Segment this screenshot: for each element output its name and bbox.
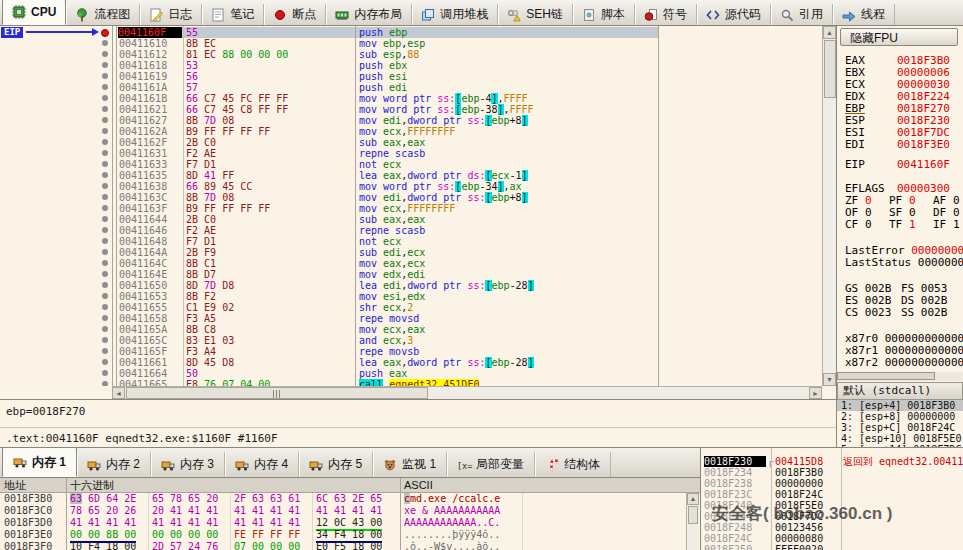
disasm-row[interactable]: EIP0041160F55push ebp — [0, 27, 822, 38]
row-dot-icon[interactable] — [102, 40, 108, 46]
bottom-tab-locals[interactable]: [x=]局部变量 — [447, 452, 535, 477]
top-tab-call-stack[interactable]: 调用堆栈 — [412, 4, 498, 25]
flags-row[interactable]: CF 0TF 1IF 1 — [845, 219, 963, 231]
row-dot-icon[interactable] — [102, 106, 108, 112]
row-dot-icon[interactable] — [102, 304, 108, 310]
bottom-tab-dump4[interactable]: 内存 4 — [225, 452, 299, 477]
row-dot-icon[interactable] — [102, 348, 108, 354]
top-tab-breakpoints[interactable]: 断点 — [264, 4, 326, 25]
disasm-row[interactable]: 00411633F7 D1not ecx — [0, 159, 822, 170]
row-dot-icon[interactable] — [102, 95, 108, 101]
bottom-tab-watch1[interactable]: 监视 1 — [373, 452, 447, 477]
breakpoint-dot-icon[interactable] — [101, 29, 109, 37]
row-dot-icon[interactable] — [102, 381, 108, 386]
row-dot-icon[interactable] — [102, 326, 108, 332]
disasm-row[interactable]: 00411665E8 76 07 04 00call eqnedt32.451D… — [0, 379, 822, 386]
disasm-row[interactable]: 00411648F7 D1not ecx — [0, 236, 822, 247]
row-dot-icon[interactable] — [102, 260, 108, 266]
disasm-row[interactable]: 00411631F2 AErepne scasb — [0, 148, 822, 159]
disasm-row[interactable]: 00411646F2 AErepne scasb — [0, 225, 822, 236]
top-tab-seh[interactable]: SEH链 — [498, 4, 573, 25]
disasm-row[interactable]: 0041161B66 C7 45 FC FF FFmov word ptr ss… — [0, 93, 822, 104]
segment-row[interactable]: CS 0023SS 002B — [845, 307, 963, 319]
top-tab-threads[interactable]: 线程 — [833, 4, 895, 25]
disasm-row[interactable]: 004116358D 41 FFlea eax,dword ptr ds:[ec… — [0, 170, 822, 181]
stack-row[interactable]: 0018F24C00000080 — [701, 533, 963, 544]
top-tab-memory-map[interactable]: 内存布局 — [326, 4, 412, 25]
row-dot-icon[interactable] — [102, 293, 108, 299]
stack-row[interactable]: 0018F2340018F3B0 — [701, 467, 963, 478]
argument-row[interactable]: 3: [esp+C] 0018F24C — [837, 422, 963, 433]
disasm-row[interactable]: 0041165C83 E1 03and ecx,3 — [0, 335, 822, 346]
disasm-row[interactable]: 0041163FB9 FF FF FF FFmov ecx,FFFFFFFF — [0, 203, 822, 214]
disasm-row[interactable]: 00411658F3 A5repe movsd — [0, 313, 822, 324]
top-tab-references[interactable]: 引用 — [771, 4, 833, 25]
scroll-down-arrow-icon[interactable]: ▼ — [823, 373, 836, 386]
disasm-row[interactable]: 0041161853push ebx — [0, 60, 822, 71]
register-row[interactable]: EIP0041160F — [845, 159, 963, 171]
disasm-row[interactable]: 0041161956push esi — [0, 71, 822, 82]
row-dot-icon[interactable] — [102, 337, 108, 343]
dump-row[interactable]: 0018F3D041 41 41 4141 41 41 4141 41 41 4… — [0, 517, 700, 529]
flag-value[interactable]: 0 — [865, 218, 872, 231]
disasm-row[interactable]: 0041164A2B F9sub edi,ecx — [0, 247, 822, 258]
disasm-row[interactable]: 004116108B ECmov ebp,esp — [0, 38, 822, 49]
disasm-row[interactable]: 004116278B 7D 08mov edi,dword ptr ss:[eb… — [0, 115, 822, 126]
bottom-tab-dump5[interactable]: 内存 5 — [299, 452, 373, 477]
row-dot-icon[interactable] — [102, 84, 108, 90]
row-dot-icon[interactable] — [102, 271, 108, 277]
scrollbar-thumb[interactable] — [837, 372, 935, 380]
flag-value[interactable]: 1 — [909, 218, 916, 231]
row-dot-icon[interactable] — [102, 183, 108, 189]
top-tab-log[interactable]: 日志 — [140, 4, 202, 25]
memory-dump-rows[interactable]: 0018F3B063 6D 64 2E65 78 65 202F 63 63 6… — [0, 493, 700, 550]
dump-row[interactable]: 0018F3E000 00 8B 0000 00 00 00FE FF FF F… — [0, 529, 700, 541]
scrollbar-thumb[interactable] — [688, 506, 698, 524]
row-dot-icon[interactable] — [102, 161, 108, 167]
flag-value[interactable]: 1 — [953, 218, 960, 231]
stack-row[interactable]: 0018F230┌004115D8返回到 eqnedt32.004115D8 — [701, 456, 963, 467]
scrollbar-thumb[interactable] — [126, 387, 428, 399]
row-dot-icon[interactable] — [102, 249, 108, 255]
row-dot-icon[interactable] — [102, 205, 108, 211]
disasm-row[interactable]: 0041165A8B C8mov ecx,eax — [0, 324, 822, 335]
disasm-row[interactable]: 0041164C8B C1mov eax,ecx — [0, 258, 822, 269]
top-tab-notes[interactable]: 笔记 — [202, 4, 264, 25]
scroll-up-arrow-icon[interactable]: ▲ — [687, 493, 699, 505]
dump-row[interactable]: 0018F3B063 6D 64 2E65 78 65 202F 63 63 6… — [0, 493, 700, 505]
disasm-vertical-scrollbar[interactable]: ▲ ▼ — [822, 26, 836, 386]
disasm-row[interactable]: 004116442B C0sub eax,eax — [0, 214, 822, 225]
registers-panel[interactable]: 隐藏FPU EAX0018F3B0EBX00000006ECX00000030E… — [836, 26, 963, 455]
argument-row[interactable]: 1: [esp+4] 0018F3B0 — [837, 400, 963, 411]
stack-row[interactable]: 0018F250FFFF0020 — [701, 544, 963, 550]
disasm-row[interactable]: 0041162AB9 FF FF FF FFmov ecx,FFFFFFFF — [0, 126, 822, 137]
row-dot-icon[interactable] — [102, 73, 108, 79]
disasm-row[interactable]: 0041162166 C7 45 C8 FF FFmov word ptr ss… — [0, 104, 822, 115]
top-tab-graph[interactable]: 流程图 — [66, 4, 140, 25]
disasm-horizontal-scrollbar[interactable]: ◄ ► — [112, 386, 822, 399]
dump-vertical-scrollbar[interactable]: ▲ — [686, 493, 699, 550]
top-tab-symbols[interactable]: 符号 — [635, 4, 697, 25]
row-dot-icon[interactable] — [102, 359, 108, 365]
disasm-row[interactable]: 004116538B F2mov esi,edx — [0, 291, 822, 302]
stack-row[interactable]: 0018F23C0018F24C — [701, 489, 963, 500]
disasm-row[interactable]: 0041166450push eax — [0, 368, 822, 379]
disasm-row[interactable]: 0041163C8B 7D 08mov edi,dword ptr ss:[eb… — [0, 192, 822, 203]
register-value[interactable]: 0041160F — [897, 158, 950, 171]
row-dot-icon[interactable] — [102, 139, 108, 145]
stack-row[interactable]: 0018F23800000000 — [701, 478, 963, 489]
dump-row[interactable]: 0018F3C078 65 20 2620 41 41 4141 41 41 4… — [0, 505, 700, 517]
row-dot-icon[interactable] — [102, 194, 108, 200]
disasm-row[interactable]: 0041164E8B D7mov edx,edi — [0, 269, 822, 280]
row-dot-icon[interactable] — [102, 51, 108, 57]
disasm-row[interactable]: 0041161281 EC 88 00 00 00sub esp,88 — [0, 49, 822, 60]
scroll-right-arrow-icon[interactable]: ► — [809, 387, 822, 399]
disasm-row[interactable]: 0041162F2B C0sub eax,eax — [0, 137, 822, 148]
registers-horizontal-scrollbar[interactable] — [837, 372, 963, 381]
bottom-tab-dump1[interactable]: 内存 1 — [2, 447, 77, 477]
bottom-tab-dump3[interactable]: 内存 3 — [151, 452, 225, 477]
top-tab-source[interactable]: 源代码 — [697, 4, 771, 25]
row-dot-icon[interactable] — [102, 282, 108, 288]
disasm-row[interactable]: 0041163866 89 45 CCmov word ptr ss:[ebp-… — [0, 181, 822, 192]
row-dot-icon[interactable] — [102, 227, 108, 233]
